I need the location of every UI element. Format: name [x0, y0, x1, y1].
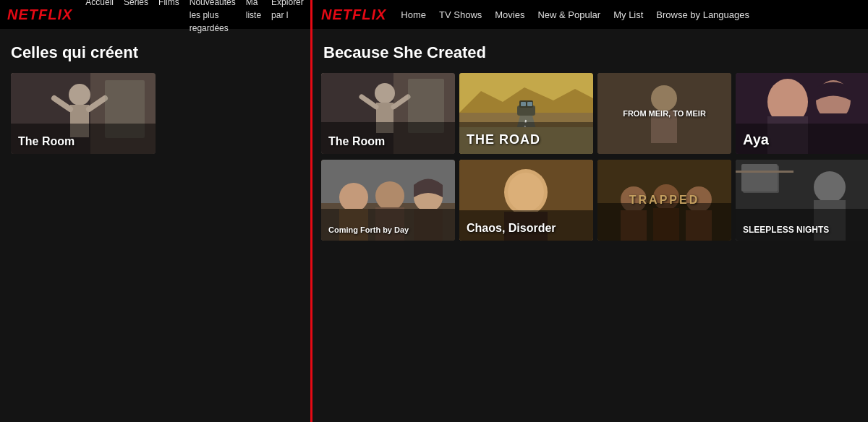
- svg-rect-60: [597, 203, 731, 241]
- right-navbar: NETFLIX Home TV Shows Movies New & Popul…: [312, 0, 868, 29]
- card-title-from-meir: FROM MEIR, TO MEIR: [623, 109, 706, 118]
- card-title-chaos: Chaos, Disorder: [467, 221, 556, 235]
- card-title-sleepless: SLEEPLESS NIGHTS: [743, 225, 829, 235]
- nav-accueil[interactable]: Accueil: [85, 0, 114, 7]
- svg-rect-24: [527, 102, 532, 106]
- nav-explorer[interactable]: Explorer par l: [271, 0, 304, 20]
- card-title-aya: Aya: [743, 131, 769, 148]
- card-the-road[interactable]: THE ROAD: [459, 73, 593, 154]
- card-title-the-road: THE ROAD: [467, 132, 540, 148]
- svg-point-39: [339, 183, 368, 212]
- svg-point-10: [375, 83, 395, 103]
- svg-point-2: [69, 84, 90, 106]
- svg-rect-23: [521, 102, 526, 106]
- card-from-meir[interactable]: FROM MEIR, TO MEIR: [597, 73, 731, 154]
- card-aya[interactable]: Aya: [736, 73, 868, 154]
- card-title-coming-forth: Coming Forth by Day: [328, 225, 409, 235]
- left-page-title: Celles qui créent: [0, 29, 310, 73]
- nav-new-popular[interactable]: New & Popular: [537, 9, 600, 20]
- nav-series[interactable]: Séries: [124, 0, 148, 7]
- svg-rect-64: [741, 164, 778, 191]
- right-nav-links: Home TV Shows Movies New & Popular My Li…: [401, 8, 749, 21]
- card-sleepless[interactable]: SLEEPLESS NIGHTS: [736, 160, 868, 241]
- nav-movies[interactable]: Movies: [495, 9, 524, 20]
- right-page-title: Because She Created: [312, 29, 868, 73]
- netflix-logo-left[interactable]: NETFLIX: [7, 7, 72, 23]
- card-title-the-room-left: The Room: [18, 134, 75, 148]
- card-trapped[interactable]: TRAPPED: [597, 160, 731, 241]
- svg-point-41: [375, 181, 404, 210]
- card-chaos-disorder[interactable]: Chaos, Disorder: [459, 160, 593, 241]
- left-navbar: NETFLIX Accueil Séries Films Nouveautés …: [0, 0, 310, 29]
- nav-tv-shows[interactable]: TV Shows: [439, 9, 482, 20]
- left-content: The Room: [0, 73, 310, 154]
- svg-rect-67: [736, 171, 793, 173]
- svg-point-50: [508, 173, 544, 212]
- nav-my-list[interactable]: My List: [613, 9, 643, 20]
- card-title-trapped: TRAPPED: [629, 194, 699, 207]
- netflix-logo-right[interactable]: NETFLIX: [321, 7, 386, 23]
- right-panel: NETFLIX Home TV Shows Movies New & Popul…: [312, 0, 868, 422]
- movies-row-1: The Room: [321, 73, 868, 154]
- card-the-room-right[interactable]: The Room: [321, 73, 455, 154]
- card-title-the-room-right: The Room: [328, 134, 385, 148]
- movies-grid: The Room: [312, 73, 868, 241]
- left-panel: NETFLIX Accueil Séries Films Nouveautés …: [0, 0, 312, 422]
- card-coming-forth[interactable]: Coming Forth by Day: [321, 160, 455, 241]
- nav-home[interactable]: Home: [401, 9, 426, 20]
- nav-films[interactable]: Films: [158, 0, 179, 7]
- nav-browse-languages[interactable]: Browse by Languages: [656, 9, 749, 20]
- movies-row-2: Coming Forth by Day Chao: [321, 160, 868, 241]
- nav-ma-liste[interactable]: Ma liste: [246, 0, 261, 20]
- card-the-room-left[interactable]: The Room: [11, 73, 156, 154]
- svg-point-65: [814, 171, 846, 203]
